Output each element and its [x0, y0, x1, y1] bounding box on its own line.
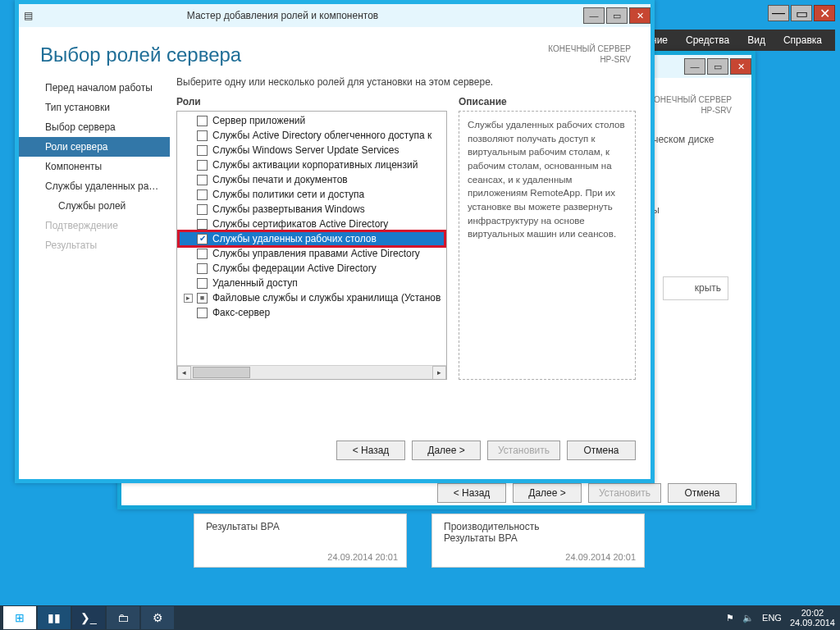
role-label: Удаленный доступ: [212, 277, 298, 289]
server-label: КОНЕЧНЫЙ СЕРВЕР: [649, 94, 732, 105]
system-tray: ⚑ 🔈 ENG 20:02 24.09.2014: [726, 608, 837, 628]
role-checkbox-item[interactable]: Службы федерации Active Directory: [179, 261, 445, 276]
taskbar-app-powershell[interactable]: ❯_: [72, 606, 105, 629]
language-indicator[interactable]: ENG: [762, 613, 782, 623]
panel-timestamp: 24.09.2014 20:01: [565, 552, 636, 562]
panel-line: Результаты BPA: [206, 521, 395, 532]
server-label: КОНЕЧНЫЙ СЕРВЕР: [548, 43, 631, 54]
close-button[interactable]: ✕: [730, 58, 751, 75]
role-label: Службы печати и документов: [212, 174, 348, 185]
minimize-button[interactable]: —: [583, 7, 605, 24]
role-label: Службы сертификатов Active Directory: [212, 218, 388, 230]
checkbox-icon[interactable]: [197, 130, 208, 141]
scroll-left-icon[interactable]: ◂: [177, 366, 191, 380]
server-name: HP-SRV: [548, 54, 631, 65]
checkbox-icon[interactable]: [197, 189, 208, 200]
roles-label: Роли: [176, 96, 447, 107]
role-checkbox-item[interactable]: Службы управления правами Active Directo…: [179, 246, 445, 261]
role-checkbox-item[interactable]: Удаленный доступ: [179, 276, 445, 290]
close-icon[interactable]: ✕: [814, 5, 835, 21]
role-checkbox-item[interactable]: Службы политики сети и доступа: [179, 187, 445, 202]
next-button[interactable]: Далее >: [513, 483, 582, 503]
checkbox-icon[interactable]: [197, 278, 208, 289]
role-label: Службы Active Directory облегченного дос…: [212, 130, 431, 141]
taskbar-app-control[interactable]: ⚙: [141, 606, 174, 629]
wizard-nav: Перед началом работыТип установкиВыбор с…: [19, 73, 170, 426]
checkbox-icon[interactable]: [197, 175, 208, 185]
nav-step[interactable]: Тип установки: [19, 98, 170, 117]
nav-step[interactable]: Службы ролей: [19, 196, 170, 216]
expand-icon[interactable]: ▸: [184, 294, 193, 303]
cancel-button[interactable]: Отмена: [567, 441, 636, 460]
role-checkbox-item[interactable]: ▸Файловые службы и службы хранилища (Уст…: [179, 290, 445, 305]
roles-listbox[interactable]: Сервер приложенийСлужбы Active Directory…: [176, 111, 447, 380]
nav-step[interactable]: Перед началом работы: [19, 78, 170, 98]
checkbox-icon[interactable]: [197, 308, 208, 318]
nav-step[interactable]: Компоненты: [19, 157, 170, 176]
menu-item[interactable]: Средства: [686, 34, 729, 46]
description-text: Службы удаленных рабочих столов позволяю…: [459, 111, 636, 380]
taskbar-app-explorer[interactable]: 🗀: [107, 606, 139, 629]
role-label: Службы управления правами Active Directo…: [212, 248, 420, 259]
close-button[interactable]: ✕: [629, 7, 651, 24]
menu-item[interactable]: Справка: [783, 34, 822, 46]
maximize-button[interactable]: ▭: [606, 7, 628, 24]
checkbox-icon[interactable]: [197, 293, 208, 304]
checkbox-icon[interactable]: [197, 160, 208, 171]
role-label: Службы активации корпоративных лицензий: [212, 159, 418, 171]
taskbar: ⊞ ▮▮ ❯_ 🗀 ⚙ ⚑ 🔈 ENG 20:02 24.09.2014: [0, 605, 840, 630]
clock-date: 24.09.2014: [790, 618, 835, 628]
checkbox-icon[interactable]: [197, 263, 208, 274]
titlebar[interactable]: ▤ Мастер добавления ролей и компонентов …: [19, 4, 651, 27]
install-button: Установить: [487, 441, 560, 460]
role-checkbox-item[interactable]: Службы развертывания Windows: [179, 202, 445, 217]
role-label: Службы развертывания Windows: [212, 203, 365, 215]
role-checkbox-item[interactable]: Службы печати и документов: [179, 172, 445, 187]
start-button[interactable]: ⊞: [3, 606, 36, 629]
minimize-icon[interactable]: —: [768, 5, 789, 21]
checkbox-icon[interactable]: [197, 204, 208, 215]
minimize-button[interactable]: —: [684, 58, 705, 75]
taskbar-app-server-manager[interactable]: ▮▮: [38, 606, 71, 629]
next-button[interactable]: Далее >: [412, 441, 481, 460]
panel-line: Результаты BPA: [444, 532, 632, 544]
cancel-button[interactable]: Отмена: [668, 483, 737, 503]
checkbox-icon[interactable]: [197, 116, 208, 126]
install-button: Установить: [588, 483, 661, 503]
role-checkbox-item[interactable]: Факс-сервер: [179, 305, 445, 320]
nav-step[interactable]: Роли сервера: [19, 137, 170, 157]
role-label: Службы политики сети и доступа: [212, 189, 364, 200]
sound-icon[interactable]: 🔈: [742, 613, 754, 623]
menu-item[interactable]: Вид: [747, 34, 765, 46]
system-icon: ▤: [24, 10, 33, 21]
role-checkbox-item[interactable]: Службы удаленных рабочих столов: [179, 231, 445, 246]
description-label: Описание: [459, 96, 636, 107]
panel-left: Результаты BPA 24.09.2014 20:01: [194, 514, 407, 568]
role-checkbox-item[interactable]: Службы активации корпоративных лицензий: [179, 158, 445, 172]
checkbox-icon[interactable]: [197, 145, 208, 156]
scroll-thumb[interactable]: [193, 367, 250, 378]
clock[interactable]: 20:02 24.09.2014: [790, 608, 837, 628]
close-fragment[interactable]: крыть: [663, 276, 728, 300]
role-checkbox-item[interactable]: Службы сертификатов Active Directory: [179, 217, 445, 231]
server-name: HP-SRV: [649, 105, 732, 116]
checkbox-icon[interactable]: [197, 219, 208, 230]
role-label: Службы Windows Server Update Services: [212, 144, 399, 156]
maximize-button[interactable]: ▭: [707, 58, 728, 75]
nav-step[interactable]: Выбор сервера: [19, 117, 170, 137]
role-checkbox-item[interactable]: Службы Windows Server Update Services: [179, 143, 445, 158]
intro-text: Выберите одну или несколько ролей для ус…: [176, 76, 636, 88]
nav-step[interactable]: Службы удаленных рабо...: [19, 176, 170, 196]
maximize-icon[interactable]: ▭: [791, 5, 812, 21]
scroll-right-icon[interactable]: ▸: [432, 366, 446, 380]
checkbox-icon[interactable]: [197, 234, 208, 244]
back-button[interactable]: < Назад: [437, 483, 506, 503]
checkbox-icon[interactable]: [197, 249, 208, 259]
flag-icon[interactable]: ⚑: [726, 613, 734, 623]
role-checkbox-item[interactable]: Службы Active Directory облегченного дос…: [179, 128, 445, 143]
role-checkbox-item[interactable]: Сервер приложений: [179, 113, 445, 128]
nav-step: Результаты: [19, 235, 170, 255]
back-button[interactable]: < Назад: [336, 441, 405, 460]
horizontal-scrollbar[interactable]: ◂ ▸: [177, 365, 446, 379]
clock-time: 20:02: [790, 608, 835, 618]
